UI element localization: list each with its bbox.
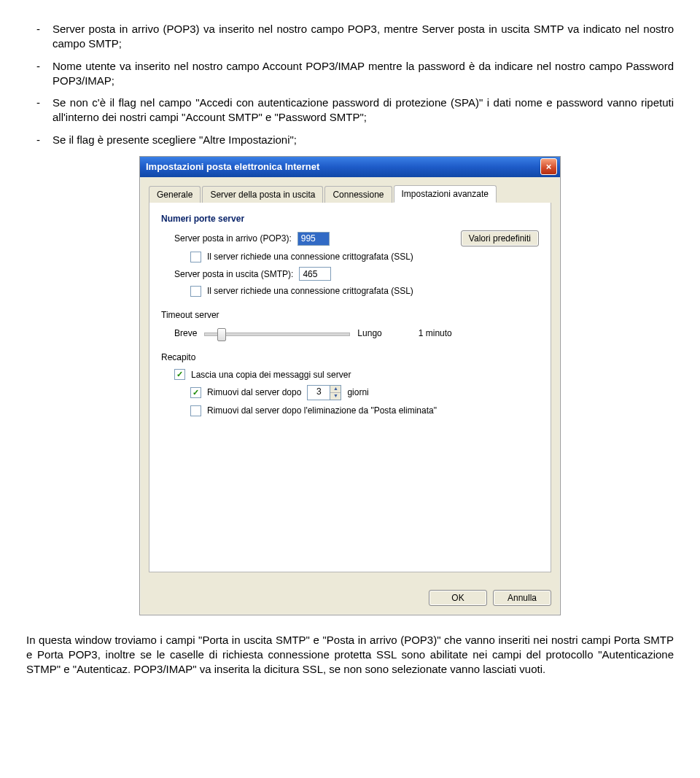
group-timeout-label: Timeout server <box>161 309 539 321</box>
chevron-down-icon[interactable]: ▼ <box>330 393 341 400</box>
remove-after-label-b: giorni <box>347 386 368 398</box>
close-icon[interactable]: × <box>540 158 557 175</box>
timeout-short-label: Breve <box>174 327 197 339</box>
dialog-screenshot: Impostazioni posta elettronica Internet … <box>26 156 674 615</box>
leave-copy-label: Lascia una copia dei messaggi sul server <box>191 369 351 381</box>
cancel-button[interactable]: Annulla <box>493 590 551 606</box>
smtp-ssl-label: Il server richiede una connessione critt… <box>207 285 413 297</box>
pop3-ssl-checkbox[interactable] <box>190 252 201 262</box>
pop3-port-label: Server posta in arrivo (POP3): <box>174 233 292 244</box>
smtp-port-input[interactable] <box>299 267 331 281</box>
instruction-list: Server posta in arrivo (POP3) va inserit… <box>26 22 674 147</box>
window-title: Impostazioni posta elettronica Internet <box>146 160 540 174</box>
remove-after-days-value: 3 <box>308 386 330 400</box>
timeout-long-label: Lungo <box>357 327 381 339</box>
leave-copy-checkbox[interactable] <box>174 369 185 380</box>
instruction-item: Se il flag è presente scegliere "Altre I… <box>26 133 674 147</box>
tab-connection[interactable]: Connessione <box>324 186 392 203</box>
slider-thumb-icon[interactable] <box>217 328 226 341</box>
group-ports-label: Numeri porte server <box>161 213 539 225</box>
tab-panel-advanced: Numeri porte server Server posta in arri… <box>149 203 551 572</box>
pop3-port-input[interactable] <box>298 232 330 246</box>
tab-general[interactable]: Generale <box>149 186 201 203</box>
instruction-item: Server posta in arrivo (POP3) va inserit… <box>26 22 674 52</box>
instruction-item: Nome utente va inserito nel nostro campo… <box>26 59 674 89</box>
group-delivery-label: Recapito <box>161 351 539 363</box>
titlebar: Impostazioni posta elettronica Internet … <box>140 157 560 177</box>
dialog-button-row: OK Annulla <box>140 583 560 615</box>
settings-dialog: Impostazioni posta elettronica Internet … <box>139 156 561 615</box>
closing-paragraph: In questa window troviamo i campi "Porta… <box>26 633 674 677</box>
remove-after-label-a: Rimuovi dal server dopo <box>207 386 301 398</box>
pop3-ssl-label: Il server richiede una connessione critt… <box>207 251 413 262</box>
smtp-port-label: Server posta in uscita (SMTP): <box>174 268 293 280</box>
ok-button[interactable]: OK <box>429 590 487 606</box>
timeout-slider[interactable] <box>204 327 350 340</box>
timeout-value: 1 minuto <box>419 327 452 339</box>
tabstrip: Generale Server della posta in uscita Co… <box>149 185 551 203</box>
remove-deleted-label: Rimuovi dal server dopo l'eliminazione d… <box>207 405 437 416</box>
instruction-item: Se non c'è il flag nel campo "Accedi con… <box>26 96 674 125</box>
remove-after-checkbox[interactable] <box>190 387 201 398</box>
chevron-up-icon[interactable]: ▲ <box>330 386 341 393</box>
smtp-ssl-checkbox[interactable] <box>190 286 201 297</box>
tab-advanced[interactable]: Impostazioni avanzate <box>394 185 497 203</box>
remove-deleted-checkbox[interactable] <box>190 405 201 416</box>
defaults-button[interactable]: Valori predefiniti <box>461 230 539 246</box>
tab-outgoing-server[interactable]: Server della posta in uscita <box>202 186 323 203</box>
remove-after-days-spinner[interactable]: 3 ▲ ▼ <box>307 385 341 400</box>
